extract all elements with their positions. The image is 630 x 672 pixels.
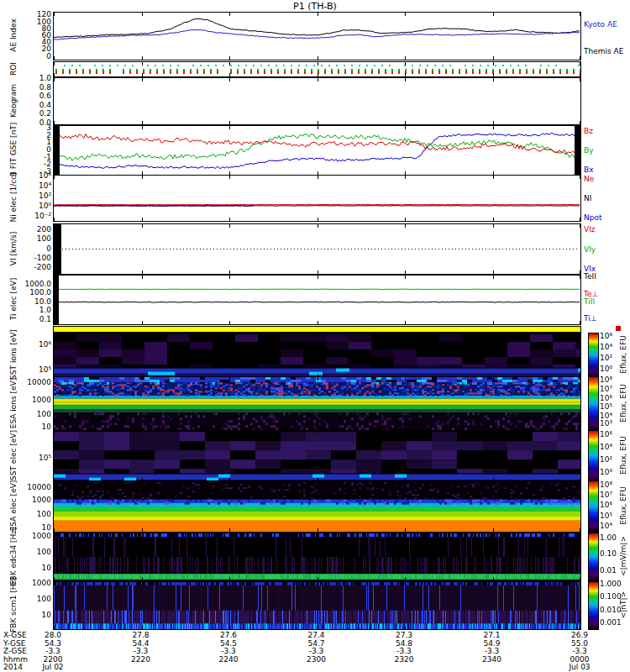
legend-By: By bbox=[584, 146, 594, 155]
colorbar-canvas-sst_elec bbox=[588, 430, 599, 482]
legend-Ne: Ne bbox=[584, 175, 594, 183]
ytick-sst_ions: 10⁶ bbox=[4, 340, 51, 349]
ytick-vi: 100 bbox=[4, 234, 51, 243]
bottom-axis-column: 27.354.8-3.32320 bbox=[377, 632, 431, 672]
bottom-axis-column: 27.454.7-3.32300 bbox=[290, 632, 344, 672]
colorbar-canvas-sst_ions bbox=[588, 333, 599, 378]
fbk2-canvas bbox=[53, 581, 581, 630]
axis-value-date bbox=[114, 664, 168, 672]
cbtick-esa_elec: 10⁵ bbox=[600, 512, 612, 520]
panel-vi bbox=[53, 223, 581, 275]
cbtick-sst_ions: 10² bbox=[600, 354, 612, 362]
cbtick-sst_ions: 10⁴ bbox=[600, 343, 612, 351]
ytick-fbk1: 1000 bbox=[4, 532, 51, 540]
ytick-fbk1: 100 bbox=[4, 548, 51, 556]
ytick-keogram: 0.4 bbox=[4, 101, 51, 109]
cbtick-esa_ions: 10⁸ bbox=[600, 375, 612, 384]
colorbar-sst_ions bbox=[588, 333, 599, 378]
axis-value-date bbox=[465, 664, 519, 672]
ytick-esa_ions: 1000 bbox=[4, 396, 51, 404]
cbtick-esa_ions: 10⁶ bbox=[600, 394, 612, 402]
sst_ions-canvas bbox=[53, 333, 581, 378]
panel-fbk1 bbox=[53, 533, 581, 581]
colorbar-canvas-fbk1 bbox=[588, 533, 599, 581]
ytick-vi: -200 bbox=[4, 263, 51, 271]
cbtick-sst_elec: 10⁶ bbox=[600, 430, 612, 438]
ytick-vi: 0 bbox=[4, 244, 51, 253]
panel-temp bbox=[53, 275, 581, 325]
cbtick-esa_elec: 10⁴ bbox=[600, 522, 612, 530]
cbtick-esa_ions: 10⁷ bbox=[600, 385, 612, 393]
colorbar-canvas-esa_elec bbox=[588, 480, 599, 533]
legend-TeII: TeII bbox=[584, 272, 596, 281]
panel-ni bbox=[53, 175, 581, 222]
cbtick-fbk2: 0.100 bbox=[600, 592, 622, 601]
colorbar-sst_elec bbox=[588, 430, 599, 482]
legend-VIy: VIy bbox=[584, 245, 596, 254]
cbtick-esa_elec: 10⁶ bbox=[600, 501, 612, 509]
axis-value-date bbox=[377, 664, 431, 672]
panel-esa_elec bbox=[53, 480, 581, 533]
fbk1-canvas bbox=[53, 533, 581, 581]
plot-title: P1 (TH-B) bbox=[0, 1, 630, 12]
cbtick-esa_ions: 10³ bbox=[600, 419, 612, 428]
ytick-keogram: 0.8 bbox=[4, 83, 51, 92]
temp-canvas bbox=[53, 275, 581, 325]
ytick-ni: 10⁻² bbox=[4, 212, 51, 220]
red-marker bbox=[616, 326, 621, 331]
panel-fbk2 bbox=[53, 581, 581, 630]
ytick-keogram: 0.6 bbox=[4, 92, 51, 100]
ytick-esa_ions: 100 bbox=[4, 410, 51, 418]
ytick-ni: 10² bbox=[4, 192, 51, 200]
legend-NI: NI bbox=[584, 194, 591, 202]
ytick-temp: 100.0 bbox=[4, 288, 51, 297]
legend-VIz: VIz bbox=[584, 225, 596, 234]
vi-canvas bbox=[53, 223, 581, 275]
ae_index-canvas bbox=[53, 12, 581, 60]
cbtick-fbk1: 0.01 bbox=[600, 566, 617, 575]
ytick-ni: 10⁰ bbox=[4, 202, 51, 210]
ytick-keogram: 1.0 bbox=[4, 74, 51, 82]
legend-Npot: Npot bbox=[584, 213, 601, 222]
legend-Bz: Bz bbox=[584, 127, 593, 135]
panel-sst_elec bbox=[53, 430, 581, 482]
legend-Ti-: Ti⊥ bbox=[584, 314, 597, 323]
legend-TiII: TiII bbox=[584, 297, 595, 306]
cbtick-fbk1: 0.10 bbox=[600, 549, 617, 558]
cbtick-sst_elec: 10⁰ bbox=[600, 468, 612, 476]
panel-accent_bar bbox=[53, 326, 581, 333]
cbunit-sst_ions: Eflux, EFU bbox=[619, 335, 627, 374]
cbtick-sst_elec: 10⁴ bbox=[600, 443, 612, 451]
ytick-esa_elec: 100 bbox=[4, 510, 51, 518]
colorbar-fbk2 bbox=[588, 581, 599, 630]
bottom-axis-column: 26.955.0-3.30000Jul 03 bbox=[553, 632, 606, 672]
ytick-ni: 10⁴ bbox=[4, 181, 51, 190]
bottom-axis-column: 27.654.5-3.32240 bbox=[202, 632, 255, 672]
ytick-esa_elec: 1000 bbox=[4, 496, 51, 504]
ytick-keogram: 0.2 bbox=[4, 109, 51, 118]
esa_elec-canvas bbox=[53, 480, 581, 533]
ytick-ni: 10⁶ bbox=[4, 171, 51, 180]
esa_ions-canvas bbox=[53, 376, 581, 432]
ytick-ae_index: 0 bbox=[4, 52, 51, 60]
bottom-axis-column: 28.054.3-3.32200Jul 02 bbox=[26, 632, 80, 672]
cbtick-fbk2: 0.010 bbox=[600, 606, 622, 614]
ytick-temp: 10.0 bbox=[4, 297, 51, 306]
panel-b_fit bbox=[53, 125, 581, 176]
colorbar-fbk1 bbox=[588, 533, 599, 581]
ytick-sst_elec: 10⁵ bbox=[4, 454, 51, 462]
colorbar-esa_ions bbox=[588, 376, 599, 432]
cbunit-esa_ions: Eflux, EFU bbox=[619, 384, 627, 423]
cbunit-esa_elec: Eflux, EFU bbox=[619, 486, 627, 525]
axis-value-date bbox=[202, 664, 255, 672]
colorbar-canvas-esa_ions bbox=[588, 376, 599, 432]
panel-sst_ions bbox=[53, 333, 581, 378]
ytick-fbk2: 100 bbox=[4, 595, 51, 603]
bottom-axis-column: 27.854.4-3.32220 bbox=[114, 632, 168, 672]
cbunit-sst_elec: Eflux, EFU bbox=[619, 436, 627, 475]
panel-esa_ions bbox=[53, 376, 581, 432]
cbtick-fbk1: 1.00 bbox=[600, 533, 617, 542]
ytick-fbk2: 10 bbox=[4, 611, 51, 619]
cbtick-esa_elec: 10⁷ bbox=[600, 491, 612, 499]
ytick-temp: 1.0 bbox=[4, 306, 51, 314]
